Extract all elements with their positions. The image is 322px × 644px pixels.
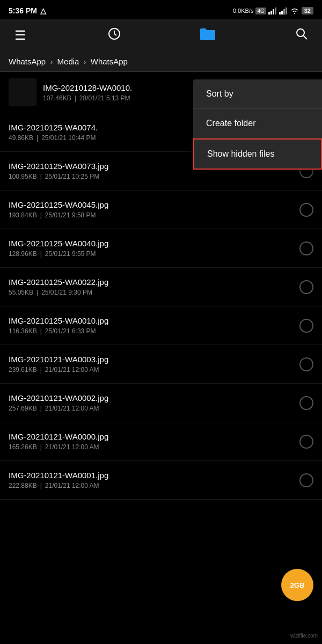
svg-rect-4 [279, 12, 281, 14]
file-date: 25/01/21 6:33 PM [45, 327, 96, 335]
fab-label: 2GB [290, 581, 305, 589]
file-meta: 116.36KB|25/01/21 6:33 PM [9, 327, 295, 335]
svg-rect-1 [270, 11, 272, 14]
history-icon[interactable] [105, 27, 124, 44]
signal-icon-1 [268, 7, 277, 14]
file-date: 25/01/21 9:58 PM [45, 211, 96, 219]
svg-rect-2 [273, 9, 274, 14]
file-date: 25/01/21 9:55 PM [45, 250, 96, 258]
file-item[interactable]: IMG-20210125-WA0010.jpg116.36KB|25/01/21… [0, 306, 322, 345]
time-label: 5:36 PM [9, 6, 37, 15]
file-size: 193.84KB [9, 211, 37, 219]
file-meta: 239.61KB|21/01/21 12:00 AM [9, 366, 295, 374]
file-meta: 193.84KB|25/01/21 9:58 PM [9, 211, 295, 219]
breadcrumb: WhatsApp › Media › WhatsApp [0, 52, 322, 72]
file-date: 21/01/21 12:00 AM [45, 405, 99, 412]
file-size: 128.96KB [9, 250, 37, 258]
file-name: IMG-20210121-WA0001.jpg [9, 471, 295, 480]
file-meta: 128.96KB|25/01/21 9:55 PM [9, 250, 295, 258]
network-type: 4G [255, 8, 266, 14]
file-item[interactable]: IMG-20210121-WA0001.jpg222.88KB|21/01/21… [0, 461, 322, 500]
file-date: 25/01/21 10:25 PM [45, 173, 99, 180]
file-checkbox[interactable] [299, 280, 313, 294]
file-checkbox[interactable] [299, 357, 313, 371]
svg-rect-7 [286, 8, 287, 14]
svg-rect-3 [275, 8, 276, 14]
folder-icon[interactable] [198, 26, 217, 45]
search-icon[interactable] [292, 27, 311, 43]
file-checkbox[interactable] [299, 473, 313, 487]
show-hidden-files-menu-item[interactable]: Show hidden files [193, 138, 322, 170]
drive-icon: △ [40, 6, 46, 15]
watermark: wizifile.com [290, 633, 318, 639]
file-info: IMG-20210125-WA0010.jpg116.36KB|25/01/21… [9, 316, 295, 335]
file-checkbox[interactable] [299, 396, 313, 410]
file-name: IMG-20210125-WA0010.jpg [9, 316, 295, 325]
context-menu: Sort by Create folder Show hidden files [193, 79, 322, 170]
file-info: IMG-20210121-WA0003.jpg239.61KB|21/01/21… [9, 355, 295, 374]
file-item[interactable]: IMG-20210125-WA0022.jpg55.05KB|25/01/21 … [0, 268, 322, 306]
create-folder-menu-item[interactable]: Create folder [193, 109, 322, 138]
file-date: 21/01/21 12:00 AM [45, 366, 99, 374]
battery-icon: 32 [302, 7, 313, 14]
file-checkbox[interactable] [299, 319, 313, 333]
file-info: IMG-20210121-WA0001.jpg222.88KB|21/01/21… [9, 471, 295, 489]
file-meta: 257.69KB|21/01/21 12:00 AM [9, 405, 295, 412]
svg-rect-5 [281, 11, 283, 14]
file-size: 116.36KB [9, 327, 37, 335]
sort-by-menu-item[interactable]: Sort by [193, 79, 322, 109]
svg-rect-6 [283, 9, 285, 14]
nav-bar: ☰ [0, 19, 322, 52]
file-name: IMG-20210125-WA0022.jpg [9, 277, 295, 287]
breadcrumb-part-1[interactable]: WhatsApp [9, 57, 46, 66]
file-item[interactable]: IMG-20210121-WA0000.jpg165.26KB|21/01/21… [0, 422, 322, 461]
network-speed: 0.0KB/s [233, 8, 254, 14]
file-info: IMG-20210125-WA0045.jpg193.84KB|25/01/21… [9, 200, 295, 219]
file-size: 257.69KB [9, 405, 37, 412]
file-size: 222.88KB [9, 482, 37, 489]
file-size: 239.61KB [9, 366, 37, 374]
file-date: 21/01/21 12:00 AM [45, 443, 99, 451]
file-name: IMG-20210121-WA0002.jpg [9, 393, 295, 402]
fab-storage[interactable]: 2GB [281, 569, 313, 601]
file-info: IMG-20210125-WA0040.jpg128.96KB|25/01/21… [9, 239, 295, 258]
file-meta: 55.05KB|25/01/21 9:30 PM [9, 289, 295, 296]
file-item[interactable]: IMG-20210121-WA0002.jpg257.69KB|21/01/21… [0, 384, 322, 422]
file-date: 25/01/21 9:30 PM [41, 289, 92, 296]
file-checkbox[interactable] [299, 435, 313, 449]
svg-point-9 [297, 29, 304, 36]
file-name: IMG-20210121-WA0000.jpg [9, 432, 295, 441]
breadcrumb-part-3[interactable]: WhatsApp [91, 57, 128, 66]
file-item[interactable]: IMG-20210121-WA0003.jpg239.61KB|21/01/21… [0, 345, 322, 384]
file-size: 55.05KB [9, 289, 33, 296]
file-info: IMG-20210121-WA0002.jpg257.69KB|21/01/21… [9, 393, 295, 412]
file-meta: 100.95KB|25/01/21 10:25 PM [9, 173, 295, 180]
file-thumbnail [9, 78, 36, 106]
status-left: 5:36 PM △ [9, 6, 46, 15]
wifi-icon [290, 7, 299, 14]
svg-line-10 [303, 36, 307, 40]
status-right: 0.0KB/s 4G 32 [233, 7, 313, 14]
file-size: 165.26KB [9, 443, 37, 451]
file-checkbox[interactable] [299, 203, 313, 217]
signal-icon-2 [279, 7, 288, 14]
file-item[interactable]: IMG-20210125-WA0045.jpg193.84KB|25/01/21… [0, 191, 322, 229]
file-meta: 222.88KB|21/01/21 12:00 AM [9, 482, 295, 489]
file-size: 107.46KB [43, 94, 71, 102]
breadcrumb-part-2[interactable]: Media [57, 57, 79, 66]
file-date: 21/01/21 12:00 AM [45, 482, 99, 489]
file-date: 28/01/21 5:13 PM [79, 94, 130, 102]
file-info: IMG-20210121-WA0000.jpg165.26KB|21/01/21… [9, 432, 295, 451]
file-name: IMG-20210125-WA0040.jpg [9, 239, 295, 248]
file-meta: 165.26KB|21/01/21 12:00 AM [9, 443, 295, 451]
file-date: 25/01/21 10:44 PM [41, 134, 96, 142]
file-name: IMG-20210121-WA0003.jpg [9, 355, 295, 364]
file-info: IMG-20210125-WA0022.jpg55.05KB|25/01/21 … [9, 277, 295, 296]
file-item[interactable]: IMG-20210125-WA0040.jpg128.96KB|25/01/21… [0, 229, 322, 268]
svg-rect-0 [268, 12, 270, 14]
menu-icon[interactable]: ☰ [11, 28, 30, 43]
file-size: 49.86KB [9, 134, 33, 142]
file-checkbox[interactable] [299, 241, 313, 255]
file-name: IMG-20210125-WA0045.jpg [9, 200, 295, 209]
status-bar: 5:36 PM △ 0.0KB/s 4G 32 [0, 0, 322, 19]
